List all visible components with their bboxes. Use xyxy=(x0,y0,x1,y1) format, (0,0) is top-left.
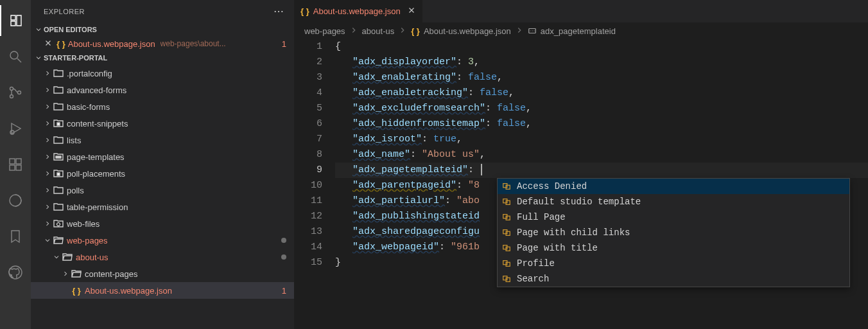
activity-search-icon[interactable] xyxy=(0,41,31,72)
line-number: 15 xyxy=(294,255,322,271)
open-editor-path: web-pages\about... xyxy=(161,39,279,48)
chevron-right-icon xyxy=(42,120,53,127)
code-line[interactable]: "adx_displayorder": 3, xyxy=(335,55,868,70)
autocomplete-item[interactable]: Search xyxy=(498,271,849,287)
breadcrumb-item[interactable]: About-us.webpage.json xyxy=(424,26,511,36)
sidebar-header: EXPLORER ⋯ xyxy=(31,0,294,22)
reference-icon xyxy=(501,182,512,191)
editor-tab[interactable]: { } About-us.webpage.json xyxy=(294,0,423,22)
modified-dot-icon xyxy=(281,238,286,243)
close-icon[interactable] xyxy=(407,6,416,17)
line-number: 9 xyxy=(294,163,322,178)
line-number: 8 xyxy=(294,147,322,163)
chevron-right-icon xyxy=(349,26,358,37)
code-line[interactable]: "adx_pagetemplateid": xyxy=(335,163,868,178)
tree-item-label: .portalconfig xyxy=(67,69,286,78)
tree-folder[interactable]: about-us xyxy=(31,249,294,265)
folder-icon xyxy=(53,102,64,112)
code-line[interactable]: { xyxy=(335,39,868,55)
autocomplete-item[interactable]: Access Denied xyxy=(498,179,849,194)
code-line[interactable]: "adx_enabletracking": false, xyxy=(335,85,868,101)
activity-source-control-icon[interactable] xyxy=(0,77,31,108)
autocomplete-item[interactable]: Page with title xyxy=(498,240,849,256)
autocomplete-item[interactable]: Profile xyxy=(498,256,849,271)
autocomplete-popup[interactable]: Access DeniedDefault studio templateFull… xyxy=(497,178,850,287)
line-number: 7 xyxy=(294,132,322,147)
open-editor-item[interactable]: { } About-us.webpage.json web-pages\abou… xyxy=(31,37,294,51)
folder-special-icon xyxy=(53,118,64,129)
breadcrumb-item[interactable]: about-us xyxy=(362,26,395,36)
tree-item-label: content-snippets xyxy=(67,119,286,129)
reference-icon xyxy=(501,274,512,283)
autocomplete-label: Page with title xyxy=(517,240,598,256)
svg-point-0 xyxy=(10,51,18,59)
breadcrumbs[interactable]: web-pagesabout-us{ }About-us.webpage.jso… xyxy=(294,22,868,39)
activity-power-platform-icon[interactable] xyxy=(0,185,31,216)
tree-folder[interactable]: poll-placements xyxy=(31,165,294,182)
activity-run-debug-icon[interactable] xyxy=(0,113,31,144)
json-file-icon: { } xyxy=(300,6,309,16)
tree-item-label: table-permission xyxy=(67,202,286,212)
tree-folder[interactable]: lists xyxy=(31,132,294,148)
line-number: 4 xyxy=(294,85,322,101)
file-tree: .portalconfigadvanced-formsbasic-formsco… xyxy=(31,65,294,329)
tree-folder[interactable]: table-permission xyxy=(31,199,294,215)
activity-github-icon[interactable] xyxy=(0,257,31,288)
tree-folder[interactable]: content-snippets xyxy=(31,115,294,132)
tree-folder[interactable]: web-pages xyxy=(31,232,294,249)
svg-rect-6 xyxy=(16,159,21,164)
svg-point-10 xyxy=(9,266,22,279)
tree-item-label: About-us.webpage.json xyxy=(85,286,282,296)
string-field-icon xyxy=(528,26,537,35)
tree-folder[interactable]: page-templates xyxy=(31,148,294,165)
close-icon[interactable] xyxy=(44,39,54,49)
json-file-icon: { } xyxy=(56,39,65,49)
activity-explorer-icon[interactable] xyxy=(0,5,31,36)
code-area[interactable]: 123456789101112131415 { "adx_displayorde… xyxy=(294,39,868,329)
error-badge: 1 xyxy=(282,286,286,296)
tree-folder[interactable]: .portalconfig xyxy=(31,65,294,82)
autocomplete-label: Page with child links xyxy=(517,225,630,240)
svg-rect-5 xyxy=(10,159,15,164)
activity-bookmark-icon[interactable] xyxy=(0,221,31,252)
code-line[interactable]: "adx_isroot": true, xyxy=(335,132,868,147)
svg-point-2 xyxy=(10,95,13,98)
chevron-right-icon xyxy=(42,203,53,211)
tree-folder[interactable]: web-files xyxy=(31,215,294,232)
tree-item-label: poll-placements xyxy=(67,169,286,179)
tree-file[interactable]: { }About-us.webpage.json1 xyxy=(31,282,294,299)
line-number: 13 xyxy=(294,224,322,240)
chevron-right-icon xyxy=(42,86,53,94)
chevron-right-icon xyxy=(42,69,53,77)
breadcrumb-item[interactable]: adx_pagetemplateid xyxy=(541,26,616,36)
workspace-header[interactable]: STARTER-PORTAL xyxy=(31,51,294,65)
open-editors-header[interactable]: OPEN EDITORS xyxy=(31,22,294,37)
open-editor-filename: About-us.webpage.json xyxy=(68,39,155,49)
code-line[interactable]: "adx_enablerating": false, xyxy=(335,70,868,85)
activity-extensions-icon[interactable] xyxy=(0,149,31,180)
tree-item-label: lists xyxy=(67,136,286,145)
tree-folder[interactable]: polls xyxy=(31,182,294,199)
sidebar-more-icon[interactable]: ⋯ xyxy=(273,5,284,17)
editor-tabs: { } About-us.webpage.json xyxy=(294,0,868,22)
chevron-right-icon xyxy=(42,103,53,111)
tree-folder[interactable]: basic-forms xyxy=(31,98,294,115)
autocomplete-item[interactable]: Default studio template xyxy=(498,194,849,209)
tree-item-label: polls xyxy=(67,186,286,195)
code-line[interactable]: "adx_hiddenfromsitemap": false, xyxy=(335,116,868,132)
line-number-gutter: 123456789101112131415 xyxy=(294,39,335,329)
code-line[interactable]: "adx_name": "About us", xyxy=(335,147,868,163)
tree-item-label: about-us xyxy=(76,253,281,262)
autocomplete-item[interactable]: Full Page xyxy=(498,209,849,225)
autocomplete-item[interactable]: Page with child links xyxy=(498,225,849,240)
chevron-right-icon xyxy=(42,153,53,161)
modified-dot-icon xyxy=(281,254,286,260)
svg-point-1 xyxy=(10,87,13,91)
tree-folder[interactable]: content-pages xyxy=(31,265,294,282)
code-line[interactable]: "adx_excludefromsearch": false, xyxy=(335,101,868,116)
tree-folder[interactable]: advanced-forms xyxy=(31,82,294,98)
line-number: 1 xyxy=(294,39,322,55)
breadcrumb-item[interactable]: web-pages xyxy=(304,26,345,36)
reference-icon xyxy=(501,228,512,237)
line-number: 14 xyxy=(294,240,322,255)
